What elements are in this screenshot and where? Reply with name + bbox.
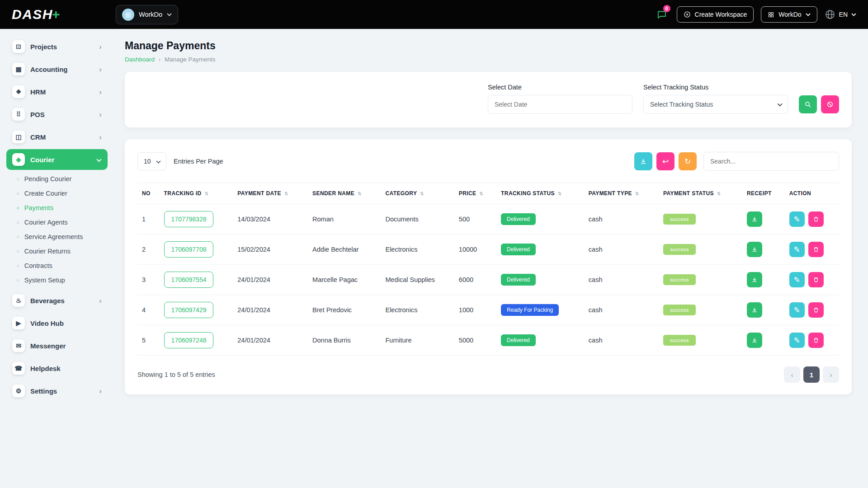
cell-payment-type: cash <box>584 235 659 265</box>
sidebar-item-beverages[interactable]: ♨ Beverages › <box>6 290 108 311</box>
column-header-receipt: RECEIPT <box>742 183 785 204</box>
courier-submenu: ○ Pending Courier ○ Create Courier ○ Pay… <box>6 172 108 287</box>
delete-button[interactable] <box>808 211 824 227</box>
sidebar-item-hrm[interactable]: ❖ HRM › <box>6 81 108 102</box>
column-header-sender-name[interactable]: SENDER NAME⇅ <box>308 183 381 204</box>
download-icon <box>751 307 758 313</box>
edit-button[interactable]: ✎ <box>789 242 805 257</box>
pagination-page-1[interactable]: 1 <box>803 366 820 383</box>
topbar: DASH + ▤ WorkDo 0 Create Workspace WorkD… <box>0 0 868 29</box>
delete-button[interactable] <box>808 302 824 318</box>
undo-button[interactable]: ↩ <box>656 152 675 170</box>
cell-category: Electronics <box>381 295 454 325</box>
cell-category: Documents <box>381 204 454 235</box>
edit-button[interactable]: ✎ <box>789 302 805 318</box>
grid-icon <box>768 11 774 18</box>
reset-filter-button[interactable] <box>821 95 839 113</box>
sidebar-item-helpdesk[interactable]: ☎ Helpdesk <box>6 358 108 379</box>
sidebar-item-courier-returns[interactable]: ○ Courier Returns <box>6 244 108 258</box>
column-header-payment-date[interactable]: PAYMENT DATE⇅ <box>233 183 308 204</box>
sidebar-item-pos[interactable]: ⠿ POS › <box>6 104 108 125</box>
trash-icon <box>813 307 819 313</box>
workspace-selector[interactable]: ▤ WorkDo <box>116 5 178 24</box>
language-selector[interactable]: EN <box>825 9 856 20</box>
sort-icon[interactable]: ⇅ <box>358 191 362 196</box>
receipt-download-button[interactable] <box>747 211 762 227</box>
delete-button[interactable] <box>808 333 824 348</box>
sort-icon[interactable]: ⇅ <box>205 191 209 196</box>
cell-no: 1 <box>137 204 160 235</box>
tracking-id-chip[interactable]: 1706097554 <box>164 272 214 288</box>
cell-payment-type: cash <box>584 265 659 295</box>
pencil-icon: ✎ <box>794 246 800 253</box>
sidebar-item-payments[interactable]: ○ Payments <box>6 201 108 215</box>
edit-button[interactable]: ✎ <box>789 211 805 227</box>
entries-per-page-select[interactable]: 10 <box>137 152 166 170</box>
sidebar-item-create-courier[interactable]: ○ Create Courier <box>6 186 108 201</box>
delete-button[interactable] <box>808 242 824 257</box>
crm-icon: ◫ <box>12 131 25 143</box>
sidebar-item-accounting[interactable]: ▦ Accounting › <box>6 59 108 80</box>
sidebar-item-video-hub[interactable]: ▶ Video Hub <box>6 313 108 333</box>
breadcrumb-current: Manage Payments <box>165 56 216 63</box>
edit-button[interactable]: ✎ <box>789 333 805 348</box>
sidebar-item-system-setup[interactable]: ○ System Setup <box>6 273 108 287</box>
bullet-icon: ○ <box>16 220 19 225</box>
sidebar-item-pending-courier[interactable]: ○ Pending Courier <box>6 172 108 186</box>
column-header-tracking-status[interactable]: TRACKING STATUS⇅ <box>496 183 584 204</box>
payments-table: NO TRACKING ID⇅ PAYMENT DATE⇅ SENDER NAM… <box>137 183 839 356</box>
tracking-id-chip[interactable]: 1706097708 <box>164 241 214 258</box>
sort-icon[interactable]: ⇅ <box>635 191 639 196</box>
sort-icon[interactable]: ⇅ <box>420 191 424 196</box>
table-header-row: NO TRACKING ID⇅ PAYMENT DATE⇅ SENDER NAM… <box>137 183 839 204</box>
sidebar-item-messenger[interactable]: ✉ Messenger <box>6 335 108 356</box>
messages-button[interactable]: 0 <box>654 7 670 22</box>
delete-button[interactable] <box>808 272 824 287</box>
sort-icon[interactable]: ⇅ <box>717 191 721 196</box>
sidebar-item-contracts[interactable]: ○ Contracts <box>6 258 108 273</box>
tracking-status-select[interactable]: Select Tracking Status <box>643 95 788 114</box>
sidebar-item-label: POS <box>30 111 45 118</box>
cell-sender-name: Bret Predovic <box>308 295 381 325</box>
search-input[interactable] <box>703 152 839 171</box>
app-logo[interactable]: DASH + <box>12 7 108 22</box>
tracking-id-chip[interactable]: 1706097248 <box>164 332 214 348</box>
pagination-next-button[interactable]: › <box>823 366 839 383</box>
sidebar-item-courier-agents[interactable]: ○ Courier Agents <box>6 215 108 230</box>
receipt-download-button[interactable] <box>747 302 762 318</box>
breadcrumb-dashboard-link[interactable]: Dashboard <box>125 56 155 63</box>
projects-icon: ⊡ <box>12 40 25 53</box>
receipt-download-button[interactable] <box>747 272 762 287</box>
cell-price: 5000 <box>454 325 496 356</box>
column-header-payment-type[interactable]: PAYMENT TYPE⇅ <box>584 183 659 204</box>
cell-price: 6000 <box>454 265 496 295</box>
column-header-category[interactable]: CATEGORY⇅ <box>381 183 454 204</box>
sidebar-item-crm[interactable]: ◫ CRM › <box>6 127 108 147</box>
apply-filter-button[interactable] <box>799 95 817 113</box>
payment-status-badge: success <box>663 305 696 315</box>
column-header-payment-status[interactable]: PAYMENT STATUS⇅ <box>659 183 742 204</box>
column-header-tracking-id[interactable]: TRACKING ID⇅ <box>160 183 233 204</box>
edit-button[interactable]: ✎ <box>789 272 805 287</box>
payment-status-badge: success <box>663 274 696 285</box>
export-button[interactable] <box>634 152 652 170</box>
create-workspace-button[interactable]: Create Workspace <box>677 6 754 23</box>
breadcrumb-separator-icon: › <box>159 56 160 63</box>
column-header-price[interactable]: PRICE⇅ <box>454 183 496 204</box>
sort-icon[interactable]: ⇅ <box>284 191 288 196</box>
date-filter-input[interactable] <box>488 95 632 114</box>
sort-icon[interactable]: ⇅ <box>558 191 562 196</box>
sidebar-item-settings[interactable]: ⚙ Settings › <box>6 380 108 401</box>
sidebar-item-service-agreements[interactable]: ○ Service Agreements <box>6 230 108 244</box>
sort-icon[interactable]: ⇅ <box>480 191 484 196</box>
refresh-button[interactable]: ↻ <box>679 152 697 170</box>
sidebar-item-projects[interactable]: ⊡ Projects › <box>6 36 108 57</box>
pagination-prev-button[interactable]: ‹ <box>784 366 800 383</box>
receipt-download-button[interactable] <box>747 333 762 348</box>
receipt-download-button[interactable] <box>747 242 762 257</box>
tracking-id-chip[interactable]: 1706097429 <box>164 302 214 318</box>
tracking-status-filter-label: Select Tracking Status <box>643 84 788 91</box>
sidebar-item-courier[interactable]: ◈ Courier <box>6 149 108 170</box>
tracking-id-chip[interactable]: 1707798328 <box>164 211 214 227</box>
workspace-dropdown-button[interactable]: WorkDo <box>761 6 817 23</box>
